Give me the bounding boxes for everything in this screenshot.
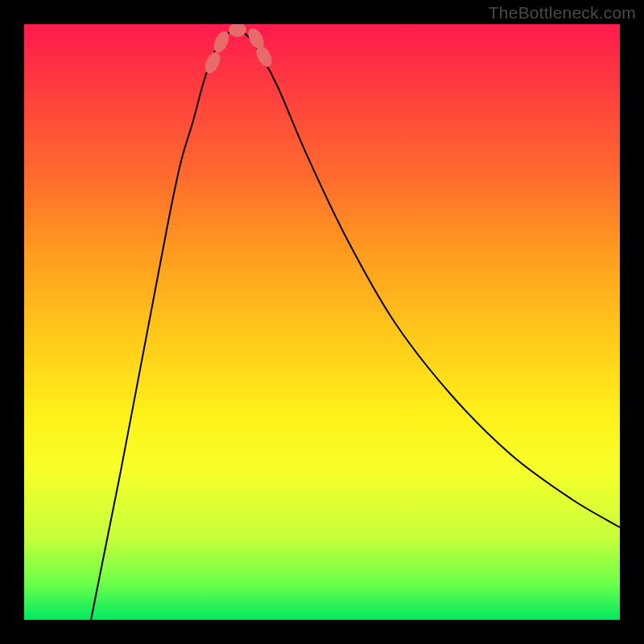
chart-frame: TheBottleneck.com xyxy=(0,0,644,644)
left-branch-curve xyxy=(91,28,235,620)
watermark-label: TheBottleneck.com xyxy=(489,3,636,23)
curve-layer xyxy=(24,24,620,620)
series-marker xyxy=(229,24,246,37)
series-marker xyxy=(202,50,223,76)
plot-area xyxy=(24,24,620,620)
right-branch-curve xyxy=(235,28,620,527)
marker-group xyxy=(202,24,275,76)
